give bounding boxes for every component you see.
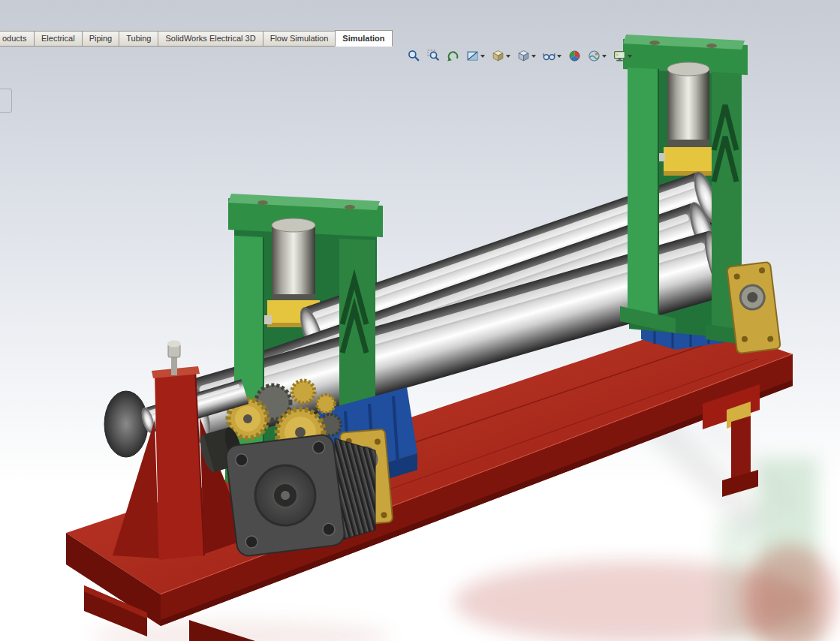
zoom-to-fit-icon [408, 50, 420, 62]
chevron-down-icon[interactable] [557, 55, 562, 58]
chevron-down-icon[interactable] [628, 55, 632, 58]
view-orientation-icon [492, 50, 504, 62]
view-settings-icon [613, 50, 626, 62]
view-settings-button[interactable] [613, 49, 633, 63]
heads-up-view-toolbar [407, 49, 633, 63]
display-style-icon [517, 50, 530, 62]
chevron-down-icon[interactable] [480, 55, 485, 58]
view-orientation-button[interactable] [491, 49, 511, 63]
hide-show-items-icon [543, 50, 555, 62]
tab-simulation[interactable]: Simulation [335, 30, 392, 47]
tab-flow-simulation[interactable]: Flow Simulation [263, 31, 336, 47]
tab-solidworks-electrical-3d[interactable]: SolidWorks Electrical 3D [158, 31, 263, 47]
edit-appearance-icon [568, 50, 581, 62]
tab-electrical[interactable]: Electrical [34, 31, 83, 47]
zoom-to-area-icon [427, 50, 440, 62]
apply-scene-icon [588, 50, 601, 62]
tab-office-products[interactable]: oducts [0, 31, 35, 47]
edit-appearance-button[interactable] [568, 49, 582, 63]
hide-show-items-button[interactable] [542, 49, 562, 63]
chevron-down-icon[interactable] [602, 55, 607, 58]
feature-tree-flyout[interactable] [0, 89, 12, 113]
graphics-viewport[interactable] [0, 0, 840, 641]
zoom-to-area-button[interactable] [426, 49, 441, 63]
solidworks-window: oducts Electrical Piping Tubing SolidWor… [0, 0, 840, 641]
previous-view-icon [447, 50, 459, 62]
section-view-button[interactable] [465, 49, 486, 63]
zoom-to-fit-button[interactable] [407, 49, 421, 63]
chevron-down-icon[interactable] [506, 55, 510, 58]
display-style-button[interactable] [516, 49, 537, 63]
tab-piping[interactable]: Piping [82, 31, 120, 47]
previous-view-button[interactable] [446, 49, 460, 63]
tab-tubing[interactable]: Tubing [119, 31, 158, 47]
command-manager-tabs: oducts Electrical Piping Tubing SolidWor… [0, 30, 393, 47]
chevron-down-icon[interactable] [531, 55, 536, 58]
section-view-icon [466, 50, 479, 62]
apply-scene-button[interactable] [587, 49, 607, 63]
